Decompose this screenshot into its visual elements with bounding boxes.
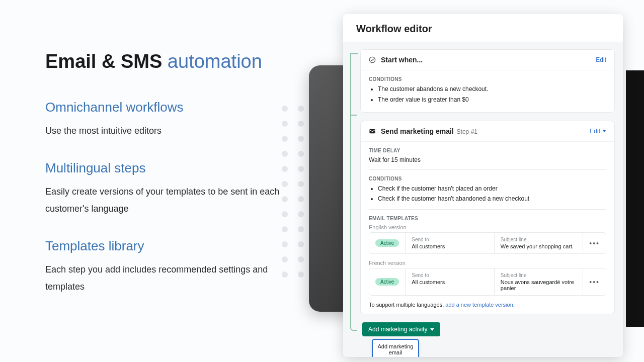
feature-heading: Omnichannel workflows xyxy=(45,100,287,115)
send-to-label: Send to xyxy=(412,237,488,242)
subject-label: Subject line xyxy=(501,237,577,242)
more-horizontal-icon: ••• xyxy=(589,278,600,286)
template-version-label: English version xyxy=(369,224,606,230)
time-delay-value: Wait for 15 minutes xyxy=(369,156,606,163)
feature-omnichannel: Omnichannel workflows Use the most intui… xyxy=(45,100,287,139)
template-more-button[interactable]: ••• xyxy=(583,268,606,295)
feature-body: Easily create versions of your templates… xyxy=(45,183,287,217)
conditions-label: CONDITIONS xyxy=(369,176,606,182)
step-card-title: Send marketing email Step #1 xyxy=(381,127,477,135)
divider xyxy=(369,169,606,170)
add-marketing-email-option[interactable]: Add marketing email xyxy=(373,340,418,357)
chevron-down-icon xyxy=(602,130,606,132)
template-more-button[interactable]: ••• xyxy=(583,233,606,253)
time-delay-label: TIME DELAY xyxy=(369,148,606,153)
send-to-value: All customers xyxy=(412,243,488,249)
check-circle-icon xyxy=(369,56,376,63)
condition-item: Check if the customer hasn't abandoned a… xyxy=(378,195,606,203)
subject-label: Subject line xyxy=(501,273,577,278)
conditions-label: CONDITIONS xyxy=(369,76,606,82)
more-horizontal-icon: ••• xyxy=(589,239,600,247)
title-accent: automation xyxy=(168,51,262,72)
feature-multilingual: Multilingual steps Easily create version… xyxy=(45,160,287,217)
email-icon xyxy=(369,128,376,135)
condition-item: The customer abandons a new checkout. xyxy=(378,85,606,94)
title-main: Email & SMS xyxy=(45,51,162,72)
send-to-label: Send to xyxy=(412,273,488,278)
workflow-editor-panel: Workflow editor Start when... Edit CONDI… xyxy=(343,14,623,357)
email-templates-label: EMAIL TEMPLATES xyxy=(369,216,606,221)
workflow-start-card[interactable]: Start when... Edit CONDITIONS The custom… xyxy=(360,49,615,113)
edit-start-button[interactable]: Edit xyxy=(596,56,606,63)
send-to-value: All customers xyxy=(412,279,488,285)
condition-item: Check if the customer hasn't placed an o… xyxy=(378,185,606,193)
workflow-editor-title: Workflow editor xyxy=(343,14,623,42)
status-badge: Active xyxy=(375,278,399,286)
page-title: Email & SMS automation xyxy=(45,50,287,73)
svg-rect-1 xyxy=(369,129,375,133)
subject-value: Nous avons sauvegardé votre panier xyxy=(501,279,577,291)
multilingual-hint: To support multiple languages, add a new… xyxy=(369,302,606,308)
flow-connector-line xyxy=(350,53,357,331)
subject-value: We saved your shopping cart. xyxy=(501,243,577,249)
feature-templates-library: Templates library Each step you add incl… xyxy=(45,238,287,295)
step-conditions-list: Check if the customer hasn't placed an o… xyxy=(369,185,606,204)
add-marketing-activity-button[interactable]: Add marketing activity xyxy=(362,322,440,336)
marketing-copy: Email & SMS automation Omnichannel workf… xyxy=(45,50,287,296)
feature-body: Each step you add includes recommended s… xyxy=(45,261,287,295)
edit-step-button[interactable]: Edit xyxy=(590,128,606,135)
workflow-step-card[interactable]: Send marketing email Step #1 Edit TIME D… xyxy=(360,121,615,315)
step-number-tag: Step #1 xyxy=(457,128,477,135)
condition-item: The order value is greater than $0 xyxy=(378,96,606,104)
add-activity-menu: Add marketing email Add marketing SMS xyxy=(372,339,419,357)
flow-connector-line xyxy=(350,115,357,116)
decorative-edge-strip xyxy=(626,70,644,327)
start-conditions-list: The customer abandons a new checkout. Th… xyxy=(369,85,606,104)
decorative-dot-grid xyxy=(282,106,307,287)
template-row-english[interactable]: Active Send to All customers Subject lin… xyxy=(369,232,606,254)
start-card-title: Start when... xyxy=(381,56,423,64)
divider xyxy=(369,209,606,210)
template-version-label: French version xyxy=(369,260,606,266)
feature-body: Use the most intuitive editors xyxy=(45,122,287,139)
add-template-version-link[interactable]: add a new template version. xyxy=(445,302,515,308)
chevron-down-icon xyxy=(430,328,434,331)
template-row-french[interactable]: Active Send to All customers Subject lin… xyxy=(369,268,606,296)
status-badge: Active xyxy=(375,239,399,247)
feature-heading: Templates library xyxy=(45,238,287,254)
feature-heading: Multilingual steps xyxy=(45,160,287,176)
